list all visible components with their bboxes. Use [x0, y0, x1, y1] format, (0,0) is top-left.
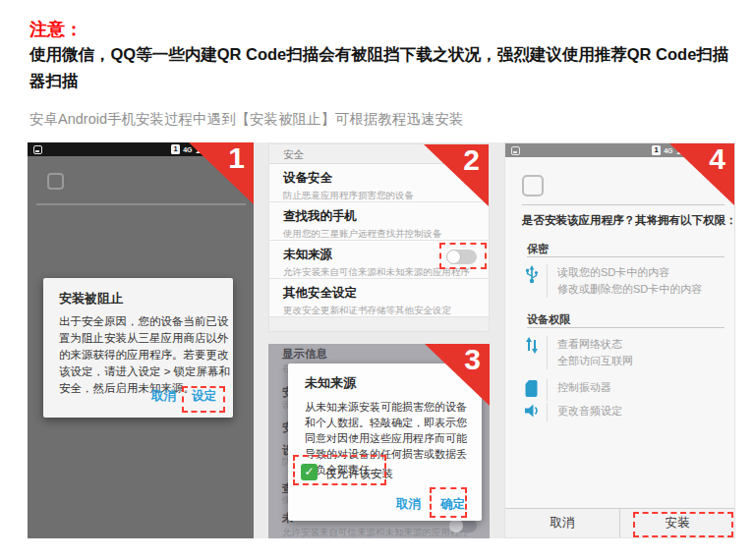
dialog-title: 未知来源 — [305, 374, 356, 392]
dialog-title: 安装被阻止 — [59, 290, 123, 308]
screen-1-install-blocked: 1 4G 7 安装被阻止 出于安全原因，您的设备当前已设置为阻止安装从三星应用商… — [28, 142, 254, 538]
network-4g-icon: 4G — [183, 146, 192, 153]
permission-line: 修改或删除您的SD卡中的内容 — [557, 281, 702, 298]
setting-title: 其他安全设定 — [283, 285, 475, 302]
screen-3-unknown-sources-dialog: 显示信息 在 安 设 安 设 防 查 使 未 允许安装来自可信来源和未知来源的应… — [268, 344, 490, 538]
divider — [522, 204, 725, 205]
sd-card-icon — [33, 145, 42, 154]
unknown-sources-dialog: 未知来源 从未知来源安装可能损害您的设备和个人数据。轻敲确定，即表示您同意对因使… — [288, 364, 482, 521]
highlight-toggle — [439, 243, 487, 269]
divider — [527, 327, 725, 328]
usb-storage-icon — [525, 264, 547, 298]
list-footer-strip — [269, 317, 489, 332]
step-number: 4 — [709, 142, 725, 176]
sim-badge-icon: 1 — [652, 145, 661, 155]
install-question-title: 是否安装该应用程序？其将拥有以下权限： — [522, 213, 730, 228]
setting-row-find-my-phone[interactable]: 查找我的手机 使用您的三星账户远程查找并控制设备 — [269, 202, 489, 241]
cancel-button[interactable]: 取消 — [151, 388, 176, 405]
permission-row-network: 查看网络状态 全部访问互联网 — [525, 336, 633, 369]
screenshot-collage: 1 4G 7 安装被阻止 出于安全原因，您的设备当前已设置为阻止安装从三星应用商… — [28, 142, 735, 538]
permission-line: 查看网络状态 — [557, 336, 633, 353]
notice-label: 注意： — [29, 18, 83, 41]
dimmed-row-title: 显示信息 — [282, 347, 327, 362]
highlight-install-button — [633, 512, 733, 537]
screen-2-security-settings: 安全 设备安全 防止恶意应用程序损害您的设备 查找我的手机 使用您的三星账户远程… — [268, 143, 490, 332]
step-number: 2 — [463, 143, 480, 177]
setting-subtitle: 使用您的三星账户远程查找并控制设备 — [283, 228, 475, 241]
step-number: 1 — [228, 142, 245, 175]
sim-badge-icon: 1 — [171, 144, 180, 154]
highlight-ok-button — [430, 487, 467, 518]
permission-row-vibration: 控制振动器 — [525, 379, 611, 401]
permission-line: 读取您的SD卡中的内容 — [557, 264, 702, 281]
permission-line: 全部访问互联网 — [557, 353, 633, 369]
permission-line: 更改音频设定 — [557, 403, 622, 420]
tutorial-subtitle: 安卓Android手机安装过程中遇到【安装被阻止】可根据教程迅速安装 — [29, 110, 463, 129]
app-icon-placeholder — [47, 173, 64, 190]
permission-line: 控制振动器 — [557, 379, 611, 396]
permission-row-sd: 读取您的SD卡中的内容 修改或删除您的SD卡中的内容 — [525, 264, 702, 298]
section-privacy: 保密 — [527, 242, 549, 256]
setting-row-other-security[interactable]: 其他安全设定 更改安全更新和证书存储等其他安全设定 — [269, 279, 489, 317]
dimmed-bottom-line: 允许安装来自可信来源和未知来源的应用程序 — [282, 527, 469, 538]
network-4g-icon: 4G — [664, 147, 672, 154]
setting-subtitle: 更改安全更新和证书存储等其他安全设定 — [283, 305, 475, 317]
network-arrows-icon — [525, 336, 547, 369]
divider — [527, 256, 725, 257]
section-device-permissions: 设备权限 — [527, 312, 570, 327]
screen-4-install-permissions: 1 4G 7 是否安装该应用程序？其将拥有以下权限： 保密 — [504, 142, 735, 538]
divider — [36, 203, 246, 205]
audio-speaker-icon — [525, 403, 547, 421]
app-icon-placeholder — [522, 175, 544, 196]
dimmed-toggle — [450, 519, 477, 532]
highlight-settings-button — [182, 386, 225, 413]
permission-row-audio: 更改音频设定 — [525, 403, 622, 421]
setting-subtitle: 防止恶意应用程序损害您的设备 — [283, 190, 475, 202]
highlight-checkbox — [293, 455, 386, 485]
step-number: 3 — [464, 344, 481, 376]
sd-card-icon — [511, 146, 520, 155]
install-blocked-dialog: 安装被阻止 出于安全原因，您的设备当前已设置为阻止安装从三星应用商店以外的来源获… — [43, 278, 233, 418]
cancel-button[interactable]: 取消 — [505, 509, 619, 537]
setting-title: 查找我的手机 — [283, 208, 475, 225]
warning-text: 使用微信，QQ等一些内建QR Code扫描会有被阻挡下载之状况，强烈建议使用推荐… — [29, 41, 729, 94]
dialog-body: 出于安全原因，您的设备当前已设置为阻止安装从三星应用商店以外的来源获得的应用程序… — [59, 313, 232, 397]
vibration-icon — [525, 379, 547, 401]
cancel-button[interactable]: 取消 — [396, 496, 421, 513]
setting-title: 设备安全 — [283, 170, 475, 187]
